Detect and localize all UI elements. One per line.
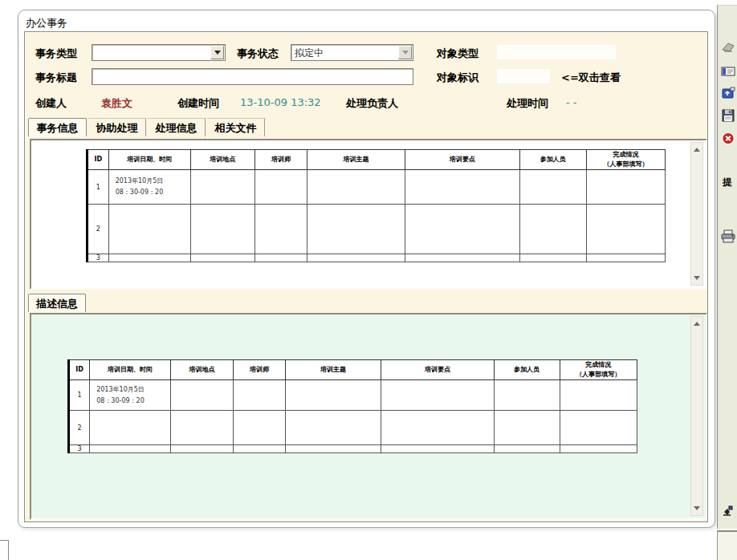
table-cell bbox=[190, 170, 254, 205]
row-id-cell: 1 bbox=[69, 380, 90, 411]
scroll-down-icon[interactable] bbox=[691, 502, 702, 514]
table-cell bbox=[234, 445, 285, 453]
object-id-label: 对象标识 bbox=[437, 71, 478, 85]
table-cell bbox=[285, 411, 381, 445]
table-cell bbox=[170, 411, 234, 445]
create-time-label: 创建时间 bbox=[177, 96, 219, 111]
table-cell bbox=[381, 380, 494, 411]
column-header: 培训主题 bbox=[285, 360, 381, 380]
table-cell bbox=[519, 170, 587, 205]
row-id-cell: 3 bbox=[69, 445, 90, 453]
table-cell bbox=[90, 445, 171, 453]
send-icon[interactable] bbox=[721, 65, 736, 79]
table-cell bbox=[560, 445, 637, 453]
creator-value: 袁胜文 bbox=[101, 96, 132, 111]
table-cell bbox=[560, 411, 637, 445]
row-id-cell: 3 bbox=[88, 254, 109, 262]
tab-related-files[interactable]: 相关文件 bbox=[207, 118, 265, 136]
table-row: 3 bbox=[69, 445, 637, 453]
column-header: 培训师 bbox=[254, 150, 307, 170]
table-cell bbox=[307, 170, 405, 205]
table-row: 12013年10月5日08：30-09：20 bbox=[88, 170, 666, 205]
training-schedule-table: ID培训日期、时间培训地点培训师培训主题培训要点参加人员完成情况（人事部填写）1… bbox=[67, 359, 637, 453]
object-id-field[interactable] bbox=[497, 69, 550, 83]
row-id-cell: 1 bbox=[88, 170, 109, 205]
dropdown-arrow-button-disabled bbox=[398, 46, 412, 59]
column-header: 培训主题 bbox=[307, 150, 405, 170]
table-cell bbox=[405, 254, 519, 262]
row-id-cell: 2 bbox=[88, 205, 109, 254]
object-type-field[interactable] bbox=[497, 45, 616, 59]
table-cell bbox=[234, 380, 285, 411]
column-header: 参加人员 bbox=[494, 360, 560, 380]
column-header: 培训日期、时间 bbox=[108, 150, 190, 170]
tab-strip: 事务信息 协助处理 处理信息 相关文件 bbox=[28, 118, 590, 138]
handle-time-label: 处理时间 bbox=[507, 96, 548, 111]
import-icon[interactable] bbox=[721, 87, 736, 100]
column-header: 培训要点 bbox=[405, 150, 519, 170]
table-cell bbox=[587, 254, 666, 262]
print-icon[interactable] bbox=[721, 229, 736, 243]
affair-status-value: 拟定中 bbox=[295, 47, 324, 60]
table-cell bbox=[254, 205, 307, 254]
table-cell bbox=[519, 254, 587, 262]
table-cell bbox=[190, 205, 254, 254]
column-header: ID bbox=[69, 360, 90, 380]
page-title: 办公事务 bbox=[26, 16, 67, 30]
training-table-panel: ID培训日期、时间培训地点培训师培训主题培训要点参加人员完成情况（人事部填写）1… bbox=[30, 139, 707, 290]
column-header: 培训师 bbox=[234, 360, 285, 380]
header-row: ID培训日期、时间培训地点培训师培训主题培训要点参加人员完成情况（人事部填写） bbox=[69, 360, 637, 380]
description-panel: ID培训日期、时间培训地点培训师培训主题培训要点参加人员完成情况（人事部填写）1… bbox=[30, 313, 707, 520]
affair-title-label: 事务标题 bbox=[35, 71, 77, 85]
table-cell bbox=[108, 205, 190, 254]
scroll-up-icon[interactable] bbox=[691, 144, 702, 156]
column-header: 完成情况（人事部填写） bbox=[560, 360, 637, 380]
table-row: 3 bbox=[88, 254, 666, 262]
object-type-label: 对象类型 bbox=[437, 47, 478, 61]
affair-type-dropdown[interactable] bbox=[92, 44, 226, 61]
table-cell: 2013年10月5日08：30-09：20 bbox=[90, 380, 171, 411]
table-row: 2 bbox=[69, 411, 637, 445]
training-schedule-table: ID培训日期、时间培训地点培训师培训主题培训要点参加人员完成情况（人事部填写）1… bbox=[86, 149, 666, 262]
tab-description-info[interactable]: 描述信息 bbox=[28, 294, 86, 312]
scroll-down-icon[interactable] bbox=[691, 272, 702, 284]
dropdown-arrow-button[interactable] bbox=[210, 46, 224, 59]
table-cell bbox=[307, 205, 405, 254]
table-cell bbox=[494, 380, 560, 411]
column-header: 培训要点 bbox=[381, 360, 494, 380]
screen: 提 办公事务 事务类型 事务状态 拟定中 对象类型 事务标题 bbox=[0, 0, 737, 560]
affair-title-input[interactable] bbox=[92, 68, 413, 85]
table-cell bbox=[190, 254, 254, 262]
tab-affair-info[interactable]: 事务信息 bbox=[28, 118, 87, 136]
exit-icon[interactable] bbox=[721, 505, 736, 518]
table-cell bbox=[234, 411, 285, 445]
tab-handle-info[interactable]: 处理信息 bbox=[148, 118, 206, 136]
column-header: 完成情况（人事部填写） bbox=[587, 150, 666, 170]
chevron-down-icon bbox=[402, 51, 409, 55]
verify-icon[interactable] bbox=[721, 41, 736, 55]
table-cell bbox=[494, 445, 560, 453]
table-cell bbox=[170, 445, 234, 453]
tab-assist-handle[interactable]: 协助处理 bbox=[88, 118, 146, 136]
column-header: ID bbox=[88, 150, 109, 170]
table-cell bbox=[587, 170, 666, 205]
table-cell bbox=[381, 411, 494, 445]
description-scrollbar[interactable] bbox=[690, 316, 703, 516]
column-header: 培训地点 bbox=[190, 150, 254, 170]
table-cell bbox=[285, 445, 381, 453]
creator-label: 创建人 bbox=[35, 96, 67, 111]
table-cell bbox=[90, 411, 171, 445]
submit-label[interactable]: 提 bbox=[723, 176, 732, 189]
header-row: ID培训日期、时间培训地点培训师培训主题培训要点参加人员完成情况（人事部填写） bbox=[88, 150, 666, 170]
table-cell bbox=[170, 380, 234, 411]
create-time-value: 13-10-09 13:32 bbox=[240, 96, 321, 108]
scroll-up-icon[interactable] bbox=[691, 318, 702, 330]
close-icon[interactable] bbox=[721, 132, 736, 145]
table-cell bbox=[254, 170, 307, 205]
row-id-cell: 2 bbox=[69, 411, 90, 445]
affair-status-dropdown[interactable]: 拟定中 bbox=[291, 44, 413, 61]
save-icon[interactable] bbox=[721, 109, 736, 123]
table-cell bbox=[405, 205, 519, 254]
table-scrollbar[interactable] bbox=[690, 142, 703, 286]
table-cell bbox=[587, 205, 666, 254]
